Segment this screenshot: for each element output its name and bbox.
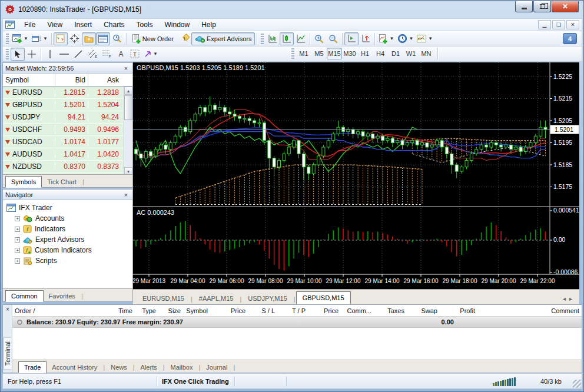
horizontal-line-button[interactable] — [57, 48, 71, 61]
terminal-column-order[interactable]: Order / — [12, 307, 65, 314]
timeframe-h1-button[interactable]: H1 — [357, 48, 373, 59]
auto-scroll-button[interactable] — [344, 32, 359, 45]
minimize-button[interactable] — [515, 1, 533, 12]
mdi-minimize-button[interactable]: ▁ — [538, 20, 551, 29]
balance-row[interactable]: Balance: 230.97 Equity: 230.97 Free marg… — [12, 317, 582, 328]
equidistant-channel-button[interactable]: E — [85, 48, 99, 61]
navigator-item-custom-indicators[interactable]: +fCustom Indicators — [6, 245, 132, 255]
data-window-button[interactable] — [68, 32, 82, 45]
text-label-button[interactable]: T — [128, 48, 142, 61]
terminal-close-icon[interactable]: × — [4, 306, 11, 313]
timeframe-m1-button[interactable]: M1 — [296, 48, 311, 59]
chart-area[interactable]: 1.52251.52151.52051.51951.51851.51751.52… — [133, 62, 579, 289]
toolbar-grip[interactable] — [291, 48, 294, 59]
market-watch-row[interactable]: GBPUSD1.52011.5204 — [3, 99, 132, 111]
timeframe-m30-button[interactable]: M30 — [342, 48, 357, 59]
terminal-tab-journal[interactable]: Journal — [201, 362, 233, 373]
terminal-column-symbol[interactable]: Symbol — [183, 307, 210, 314]
menu-item-insert[interactable]: Insert — [68, 19, 98, 30]
timeframe-mn-button[interactable]: MN — [419, 48, 434, 59]
bar-chart-button[interactable] — [266, 32, 280, 45]
chart-tab-aapl-m15[interactable]: #AAPL,M15 — [193, 293, 240, 304]
notifications-badge[interactable]: 4 — [563, 33, 577, 44]
column-header-bid[interactable]: Bid — [55, 74, 88, 86]
navigator-button[interactable] — [82, 32, 96, 45]
tab-favorites[interactable]: Favorites — [44, 291, 81, 301]
terminal-column-price[interactable]: Price — [308, 307, 341, 314]
chart-tabs-scroll-icons[interactable]: ◂▸ — [563, 295, 576, 304]
scrollbar-thumb[interactable] — [124, 95, 132, 120]
maximize-button[interactable] — [533, 1, 551, 12]
navigator-item-accounts[interactable]: +$Accounts — [6, 213, 132, 224]
timeframe-w1-button[interactable]: W1 — [403, 48, 419, 59]
menu-item-help[interactable]: Help — [195, 19, 222, 30]
chart-shift-button[interactable] — [359, 32, 373, 45]
alert-button[interactable]: ! — [177, 32, 191, 45]
terminal-column-comm[interactable]: Comm... — [341, 307, 374, 314]
indicators-button[interactable]: ▼ — [377, 32, 396, 45]
market-watch-row[interactable]: USDJPY94.2194.24 — [3, 111, 132, 124]
strategy-tester-button[interactable] — [110, 32, 124, 45]
navigator-item-expert-advisors[interactable]: +Expert Advisors — [6, 234, 132, 245]
arrows-button[interactable]: ▼ — [142, 48, 160, 61]
mdi-restore-button[interactable]: ❏ — [552, 20, 565, 29]
terminal-tab-mailbox[interactable]: Mailbox — [165, 362, 198, 373]
menu-item-view[interactable]: View — [41, 19, 68, 30]
status-one-click[interactable]: IFX One Click Trading — [157, 376, 235, 387]
expand-plus-icon[interactable]: + — [15, 216, 20, 221]
chart-tab-eurusd-m15[interactable]: EURUSD,M15 — [137, 293, 190, 304]
chart-tab-usdjpy-m15[interactable]: USDJPY,M15 — [242, 293, 293, 304]
toolbar-grip[interactable] — [6, 49, 9, 59]
templates-button[interactable]: ▼ — [415, 32, 434, 45]
terminal-tab-account-history[interactable]: Account History — [47, 362, 102, 373]
tab-tick-chart[interactable]: Tick Chart — [42, 177, 82, 187]
market-watch-row[interactable]: AUDUSD1.04171.0420 — [3, 148, 132, 161]
crosshair-tool-button[interactable] — [25, 48, 39, 61]
scroll-up-icon[interactable]: ▲ — [124, 87, 132, 95]
timeframe-m15-button[interactable]: M15 — [327, 48, 342, 59]
market-watch-row[interactable]: EURUSD1.28151.2818 — [3, 87, 132, 99]
tab-symbols[interactable]: Symbols — [5, 176, 42, 188]
terminal-tab-alerts[interactable]: Alerts — [135, 362, 162, 373]
menu-item-window[interactable]: Window — [159, 19, 196, 30]
new-chart-button[interactable]: ▼ — [11, 32, 30, 45]
terminal-column-price[interactable]: Price — [210, 307, 248, 314]
market-watch-button[interactable] — [54, 32, 68, 45]
zoom-out-button[interactable] — [326, 32, 340, 45]
terminal-column-t-p[interactable]: T / P — [277, 307, 308, 314]
price-chart-svg[interactable]: 1.52251.52151.52051.51951.51851.51751.52… — [133, 62, 579, 289]
column-header-symbol[interactable]: Symbol — [3, 74, 55, 86]
timeframe-h4-button[interactable]: H4 — [373, 48, 388, 59]
toolbar-grip[interactable] — [6, 34, 9, 44]
terminal-column-taxes[interactable]: Taxes — [374, 307, 407, 314]
terminal-column-type[interactable]: Type — [135, 307, 158, 314]
market-watch-scrollbar[interactable]: ▲ ▼ — [124, 87, 132, 175]
expand-plus-icon[interactable]: + — [15, 248, 20, 253]
terminal-tab-news[interactable]: News — [105, 362, 132, 373]
tree-root-item[interactable]: IFX Trader — [6, 202, 132, 213]
line-chart-button[interactable] — [294, 32, 308, 45]
periods-button[interactable]: ▼ — [396, 32, 415, 45]
market-watch-close-icon[interactable]: × — [122, 64, 130, 72]
terminal-column-swap[interactable]: Swap — [407, 307, 440, 314]
market-watch-row[interactable]: USDCAD1.01741.0177 — [3, 136, 132, 148]
close-button[interactable]: ✕ — [552, 1, 579, 12]
profiles-button[interactable]: ▼ — [30, 32, 49, 45]
chart-tab-gbpusd-m15[interactable]: GBPUSD,M15 — [296, 291, 351, 304]
timeframe-d1-button[interactable]: D1 — [388, 48, 403, 59]
toolbar-grip[interactable] — [261, 34, 264, 44]
market-watch-row[interactable]: USDCHF0.94930.9496 — [3, 124, 132, 136]
terminal-vertical-tab[interactable]: Terminal — [4, 337, 11, 370]
candlestick-button[interactable] — [280, 32, 294, 45]
trendline-button[interactable] — [71, 48, 85, 61]
menu-item-tools[interactable]: Tools — [131, 19, 159, 30]
timeframe-m5-button[interactable]: M5 — [311, 48, 327, 59]
menu-item-charts[interactable]: Charts — [98, 19, 130, 30]
market-watch-row[interactable]: NZDUSD0.83700.8373 — [3, 161, 132, 173]
text-button[interactable]: A — [114, 48, 128, 61]
cursor-button[interactable] — [11, 48, 25, 61]
new-order-button[interactable]: New Order — [128, 32, 177, 45]
terminal-column-time[interactable]: Time — [65, 307, 135, 314]
resize-grip[interactable] — [573, 380, 581, 388]
column-header-ask[interactable]: Ask — [88, 76, 121, 84]
